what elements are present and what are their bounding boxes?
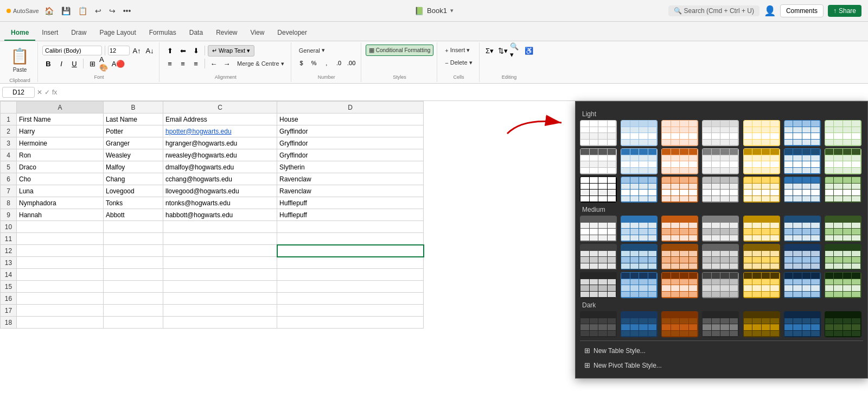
cell-a1[interactable]: First Name bbox=[17, 114, 104, 125]
table-style-item[interactable] bbox=[702, 177, 739, 203]
comments-button[interactable]: Comments bbox=[780, 4, 824, 17]
cell-a14[interactable] bbox=[17, 269, 104, 281]
table-style-item[interactable] bbox=[702, 216, 739, 242]
row-header[interactable]: 6 bbox=[1, 173, 17, 185]
percent-button[interactable]: % bbox=[308, 57, 320, 69]
tab-review[interactable]: Review bbox=[209, 26, 244, 41]
cell-d5[interactable]: Slytherin bbox=[277, 161, 424, 173]
cell-d14[interactable] bbox=[277, 269, 424, 281]
cell-d12[interactable] bbox=[277, 245, 424, 257]
tab-draw[interactable]: Draw bbox=[65, 26, 93, 41]
table-style-item[interactable] bbox=[661, 148, 698, 174]
cell-a9[interactable]: Hannah bbox=[17, 209, 104, 221]
row-header[interactable]: 14 bbox=[1, 269, 17, 281]
cell-b8[interactable]: Tonks bbox=[104, 197, 163, 209]
formula-check-icon[interactable]: ✓ bbox=[44, 89, 50, 96]
conditional-format-button[interactable]: ▦ Conditional Formatting bbox=[366, 45, 434, 56]
cell-d8[interactable]: Hufflepuff bbox=[277, 197, 424, 209]
table-style-item[interactable] bbox=[784, 177, 821, 203]
new-pivot-style-button[interactable]: ⊞ New Pivot Table Style... bbox=[580, 358, 863, 373]
cell-b4[interactable]: Weasley bbox=[104, 149, 163, 161]
font-size-input[interactable] bbox=[108, 46, 130, 55]
cell-d17[interactable] bbox=[277, 305, 424, 317]
font-shrink-button[interactable]: A↓ bbox=[144, 45, 156, 56]
italic-button[interactable]: I bbox=[55, 58, 67, 70]
align-bottom-button[interactable]: ⬇ bbox=[190, 45, 202, 56]
cell-d15[interactable] bbox=[277, 281, 424, 293]
cell-b14[interactable] bbox=[104, 269, 163, 281]
tab-view[interactable]: View bbox=[244, 26, 271, 41]
cell-a2[interactable]: Harry bbox=[17, 125, 104, 137]
table-style-item[interactable] bbox=[784, 244, 821, 270]
table-style-item[interactable] bbox=[580, 177, 617, 203]
col-header-d[interactable]: D bbox=[277, 102, 424, 114]
table-style-item[interactable] bbox=[825, 148, 861, 174]
undo-icon[interactable]: ↩ bbox=[93, 5, 104, 16]
cell-d2[interactable]: Gryffindor bbox=[277, 125, 424, 137]
table-style-item[interactable] bbox=[825, 272, 861, 298]
tab-insert[interactable]: Insert bbox=[35, 26, 65, 41]
table-style-item[interactable] bbox=[784, 216, 821, 242]
increase-decimal-button[interactable]: .00 bbox=[346, 57, 358, 69]
table-style-item[interactable] bbox=[743, 216, 780, 242]
tab-data[interactable]: Data bbox=[183, 26, 209, 41]
cell-d4[interactable]: Gryffindor bbox=[277, 149, 424, 161]
comma-button[interactable]: , bbox=[321, 57, 333, 69]
row-header[interactable]: 13 bbox=[1, 257, 17, 269]
new-table-style-button[interactable]: ⊞ New Table Style... bbox=[580, 343, 863, 358]
more-icon[interactable]: ••• bbox=[121, 5, 133, 16]
table-style-item[interactable] bbox=[621, 244, 658, 270]
table-style-item[interactable] bbox=[702, 148, 739, 174]
table-style-item[interactable] bbox=[580, 244, 617, 270]
table-style-item[interactable] bbox=[702, 244, 739, 270]
table-style-item[interactable] bbox=[661, 272, 698, 298]
cell-c2[interactable]: hpotter@hogwarts.edu bbox=[163, 125, 277, 137]
align-center-button[interactable]: ≡ bbox=[177, 58, 189, 70]
accessibility-button[interactable]: ♿ bbox=[523, 45, 535, 56]
table-style-item[interactable] bbox=[825, 311, 861, 337]
cell-a3[interactable]: Hermoine bbox=[17, 137, 104, 149]
fill-color-button[interactable]: A🎨 bbox=[99, 58, 111, 70]
row-header[interactable]: 1 bbox=[1, 114, 17, 125]
tab-developer[interactable]: Developer bbox=[271, 26, 314, 41]
delete-cells-button[interactable]: − Delete ▾ bbox=[442, 57, 475, 68]
table-style-item[interactable] bbox=[743, 177, 780, 203]
formula-input[interactable] bbox=[59, 87, 866, 97]
user-icon[interactable]: 👤 bbox=[764, 5, 776, 17]
cell-a5[interactable]: Draco bbox=[17, 161, 104, 173]
table-style-item[interactable] bbox=[743, 311, 780, 337]
table-style-item[interactable] bbox=[702, 311, 739, 337]
table-style-item[interactable] bbox=[743, 272, 780, 298]
underline-button[interactable]: U bbox=[68, 58, 80, 70]
table-style-item[interactable] bbox=[702, 272, 739, 298]
cell-c13[interactable] bbox=[163, 257, 277, 269]
cell-b1[interactable]: Last Name bbox=[104, 114, 163, 125]
sort-filter-button[interactable]: ⇅▾ bbox=[497, 45, 509, 56]
indent-left-button[interactable]: ← bbox=[208, 58, 220, 70]
cell-b15[interactable] bbox=[104, 281, 163, 293]
table-style-item[interactable] bbox=[661, 216, 698, 242]
autosum-button[interactable]: Σ▾ bbox=[484, 45, 496, 56]
table-style-item[interactable] bbox=[621, 148, 658, 174]
cell-c15[interactable] bbox=[163, 281, 277, 293]
cell-reference-input[interactable] bbox=[2, 87, 35, 98]
table-style-item[interactable] bbox=[580, 311, 617, 337]
cell-b7[interactable]: Lovegood bbox=[104, 185, 163, 197]
align-top-button[interactable]: ⬆ bbox=[164, 45, 176, 56]
table-style-item[interactable] bbox=[580, 120, 617, 146]
cell-d3[interactable]: Gryffindor bbox=[277, 137, 424, 149]
cell-d7[interactable]: Ravenclaw bbox=[277, 185, 424, 197]
search-bar[interactable]: 🔍 Search (Cmd + Ctrl + U) bbox=[668, 5, 760, 16]
cell-b13[interactable] bbox=[104, 257, 163, 269]
cell-c9[interactable]: habbott@hogwarts.edu bbox=[163, 209, 277, 221]
cell-c16[interactable] bbox=[163, 293, 277, 305]
tab-home[interactable]: Home bbox=[4, 26, 35, 41]
row-header[interactable]: 3 bbox=[1, 137, 17, 149]
row-header[interactable]: 9 bbox=[1, 209, 17, 221]
table-style-item[interactable] bbox=[621, 177, 658, 203]
cell-d16[interactable] bbox=[277, 293, 424, 305]
row-header[interactable]: 11 bbox=[1, 233, 17, 245]
cell-b18[interactable] bbox=[104, 317, 163, 329]
cell-c10[interactable] bbox=[163, 221, 277, 233]
table-style-item[interactable] bbox=[702, 120, 739, 146]
